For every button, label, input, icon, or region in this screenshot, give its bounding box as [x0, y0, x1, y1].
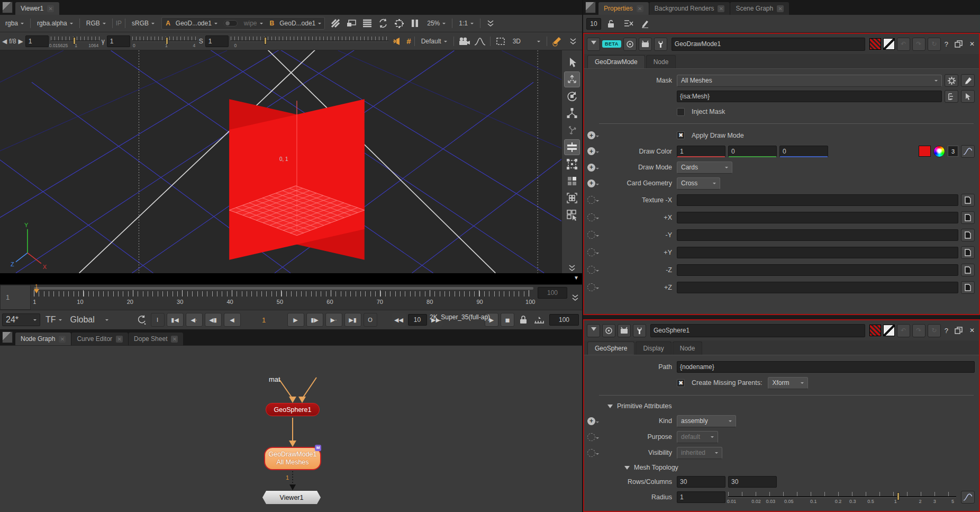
radius-input[interactable]: 1	[677, 491, 725, 503]
add-override-icon[interactable]: +	[587, 147, 595, 155]
collapse-panel-button[interactable]	[587, 38, 600, 51]
rows-input[interactable]: 30	[677, 476, 725, 488]
file-browse-icon[interactable]	[961, 281, 975, 294]
center-node-button[interactable]	[602, 324, 615, 337]
tab-properties[interactable]: Properties ✕	[598, 2, 649, 15]
mesh-topology-section[interactable]: Mesh Topology	[584, 461, 979, 474]
gl-color-swatch[interactable]	[883, 325, 895, 336]
camera-icon[interactable]	[457, 35, 471, 48]
undo-button[interactable]: ↶	[897, 324, 910, 337]
scale-tool-icon[interactable]	[564, 105, 580, 121]
draw-color-b-input[interactable]: 0	[779, 146, 828, 157]
wrench-settings-button[interactable]	[633, 324, 646, 337]
more-options-chevron-2[interactable]	[566, 35, 580, 48]
set-out-button[interactable]: O	[364, 313, 377, 327]
pick-from-viewer-icon[interactable]	[961, 90, 975, 103]
add-override-icon[interactable]	[587, 266, 595, 274]
fstop-prev-arrow[interactable]: ◀	[2, 38, 7, 45]
draw-color-r-input[interactable]: 1	[677, 146, 725, 157]
saturation-slider[interactable]: 0	[231, 35, 388, 47]
fstop-next-arrow[interactable]: ▶	[19, 38, 23, 45]
pane-handle-icon[interactable]	[2, 331, 13, 343]
bell-curve-icon[interactable]	[473, 35, 487, 48]
close-tab-icon[interactable]: ✕	[59, 336, 66, 343]
tab-scene-graph[interactable]: Scene Graph ✕	[730, 2, 789, 15]
node-geodrawmode1[interactable]: GeoDrawMode1 All Meshes M	[264, 447, 321, 470]
node-color-swatch[interactable]	[869, 325, 881, 336]
redo-button[interactable]: ↷	[912, 324, 925, 337]
gl-color-swatch[interactable]	[883, 38, 895, 50]
tab-dope-sheet[interactable]: Dope Sheet ✕	[129, 333, 183, 345]
texture-pos-y-input[interactable]	[677, 247, 958, 258]
card-geometry-dropdown[interactable]: Cross	[677, 177, 720, 190]
tab-gdm-node[interactable]: Node	[646, 55, 676, 68]
add-override-icon[interactable]: +	[587, 417, 595, 425]
tab-background-renders[interactable]: Background Renders ✕	[649, 2, 730, 15]
add-override-icon[interactable]	[587, 449, 595, 457]
zoom-dropdown[interactable]: 25%	[424, 19, 449, 28]
add-override-icon[interactable]: +	[587, 179, 595, 187]
add-override-icon[interactable]	[587, 213, 595, 221]
select-cursor-icon[interactable]	[564, 55, 580, 70]
tab-node-graph[interactable]: Node Graph ✕	[15, 333, 71, 345]
close-tab-icon[interactable]: ✕	[47, 5, 54, 12]
columns-input[interactable]: 30	[728, 476, 777, 488]
undo-button[interactable]: ↶	[897, 38, 910, 51]
tab-viewer1[interactable]: Viewer1 ✕	[15, 2, 59, 15]
panel-limit-input[interactable]: 10	[586, 18, 601, 30]
parent-type-dropdown[interactable]: Xform	[768, 377, 808, 389]
rotate-tool-icon[interactable]	[564, 88, 580, 104]
node-geosphere1[interactable]: GeoSphere1	[266, 403, 320, 416]
playback-loop-icon[interactable]	[135, 313, 149, 326]
animation-curve-icon[interactable]	[961, 145, 975, 158]
file-browse-icon[interactable]	[961, 194, 975, 206]
range-scope-dropdown[interactable]: Global	[67, 314, 112, 326]
add-override-icon[interactable]	[587, 433, 595, 441]
add-override-icon[interactable]	[587, 231, 595, 239]
tab-geodrawmode[interactable]: GeoDrawMode	[587, 55, 645, 68]
alpha-dropdown[interactable]: rgba.alpha	[34, 19, 76, 28]
mask-expression-input[interactable]: {isa:Mesh}	[677, 91, 942, 102]
wipe-grid-icon[interactable]: #	[406, 37, 411, 46]
goto-end-button[interactable]: ▶▮	[344, 313, 361, 327]
edit-pencil-icon[interactable]	[638, 17, 652, 30]
checkerboard-icon[interactable]	[329, 17, 342, 30]
node-name-input[interactable]: GeoSphere1	[650, 324, 865, 337]
tab-curve-editor[interactable]: Curve Editor ✕	[71, 333, 128, 345]
close-tab-icon[interactable]: ✕	[718, 5, 724, 12]
node-viewer1[interactable]: Viewer1	[262, 491, 321, 504]
close-panel-icon[interactable]: ✕	[968, 327, 976, 334]
view-mode-3d-dropdown[interactable]: 3D	[510, 37, 543, 46]
viewer-3d-viewport[interactable]: Y X Z 0, 1 2K_Super_35(full-ap)	[0, 50, 582, 273]
layer-dropdown[interactable]: rgba	[2, 19, 27, 28]
set-in-button[interactable]: I	[151, 313, 165, 327]
file-browse-icon[interactable]	[961, 264, 975, 276]
draw-color-g-input[interactable]: 0	[728, 146, 777, 157]
uniform-scale-tool-icon[interactable]	[564, 139, 580, 155]
a-buffer-dropdown[interactable]: GeoD...ode1	[173, 19, 221, 28]
redo-button[interactable]: ↷	[912, 38, 925, 51]
mask-settings-gear-icon[interactable]	[945, 74, 958, 87]
skew-tool-icon[interactable]	[564, 122, 580, 138]
node-color-swatch[interactable]	[869, 38, 881, 50]
node-graph-canvas[interactable]: mat GeoSphere1 GeoDrawMode1 All Meshes M…	[0, 345, 582, 512]
radius-slider[interactable]: 0.010.020.030.050.10.20.30.51235	[728, 489, 956, 505]
skip-increment-input[interactable]: 10	[408, 314, 427, 326]
saturation-input[interactable]: 1	[205, 35, 229, 47]
add-override-icon[interactable]	[587, 196, 595, 204]
add-override-icon[interactable]	[587, 283, 595, 291]
close-panel-icon[interactable]: ✕	[968, 40, 976, 48]
file-browse-icon[interactable]	[961, 211, 975, 224]
add-override-icon[interactable]: +	[587, 131, 595, 139]
gain-input[interactable]: 1	[25, 35, 49, 47]
timeline-range-bar[interactable]	[34, 287, 533, 290]
close-tab-icon[interactable]: ✕	[171, 336, 178, 343]
node-name-input[interactable]: GeoDrawMode1	[672, 38, 865, 51]
play-backward-button[interactable]: ◀	[224, 313, 241, 327]
texture-pos-z-input[interactable]	[677, 282, 958, 293]
file-browse-icon[interactable]	[961, 229, 975, 241]
texture-neg-z-input[interactable]	[677, 264, 958, 276]
ocio-display-dropdown[interactable]: Default	[418, 37, 450, 46]
help-button[interactable]: ?	[943, 40, 950, 48]
tf-dropdown[interactable]: TF	[42, 314, 65, 326]
